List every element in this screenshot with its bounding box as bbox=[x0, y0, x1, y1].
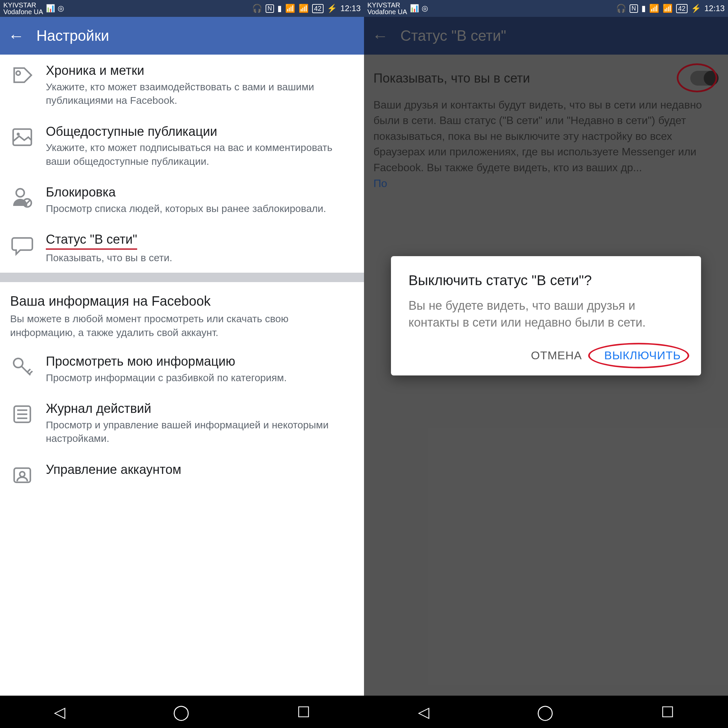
stats-icon: 📊 bbox=[46, 4, 55, 13]
item-public-posts[interactable]: Общедоступные публикации Укажите, кто мо… bbox=[0, 116, 364, 177]
account-icon bbox=[8, 462, 37, 487]
section-sub: Вы можете в любой момент просмотреть или… bbox=[10, 312, 354, 340]
signal1-icon: ▮ bbox=[277, 4, 282, 13]
confirm-dialog: Выключить статус "В сети"? Вы не будете … bbox=[391, 256, 701, 375]
clock: 12:13 bbox=[340, 4, 361, 13]
item-sub: Просмотр и управление вашей информацией … bbox=[46, 418, 355, 445]
screen-settings: KYIVSTAR Vodafone UA 📊 ◎ 🎧 N ▮ 📶 📶 42 ⚡ … bbox=[0, 0, 364, 728]
confirm-button[interactable]: ВЫКЛЮЧИТЬ bbox=[602, 345, 684, 366]
item-timeline[interactable]: Хроника и метки Укажите, кто может взаим… bbox=[0, 55, 364, 116]
carrier-2: Vodafone UA bbox=[367, 8, 407, 15]
nav-home-icon[interactable]: ◯ bbox=[537, 704, 554, 720]
settings-list: Хроника и метки Укажите, кто может взаим… bbox=[0, 55, 364, 696]
highlight-circle-icon bbox=[588, 343, 689, 369]
image-icon bbox=[8, 124, 37, 149]
item-sub: Укажите, кто может взаимодействовать с в… bbox=[46, 80, 355, 107]
cancel-button[interactable]: ОТМЕНА bbox=[528, 345, 584, 366]
item-activity-log[interactable]: Журнал действий Просмотр и управление ва… bbox=[0, 393, 364, 454]
item-manage-account[interactable]: Управление аккаунтом bbox=[0, 454, 364, 496]
dialog-title: Выключить статус "В сети"? bbox=[408, 272, 684, 289]
signal3-icon: 📶 bbox=[298, 4, 309, 13]
item-title: Хроника и метки bbox=[46, 63, 355, 79]
key-icon bbox=[8, 353, 37, 379]
svg-point-2 bbox=[17, 133, 20, 136]
stats-icon: 📊 bbox=[410, 4, 419, 13]
svg-point-0 bbox=[16, 71, 20, 75]
signal2-icon: 📶 bbox=[649, 4, 659, 13]
nav-back-icon[interactable]: ◁ bbox=[54, 704, 66, 720]
battery-level: 42 bbox=[678, 5, 685, 12]
section-divider bbox=[0, 273, 364, 282]
item-view-info[interactable]: Просмотреть мою информацию Просмотр инфо… bbox=[0, 346, 364, 393]
item-active-status[interactable]: Статус "В сети" Показывать, что вы в сет… bbox=[0, 223, 364, 273]
svg-point-3 bbox=[16, 189, 24, 197]
chat-icon bbox=[8, 231, 37, 257]
list-icon bbox=[8, 401, 37, 426]
item-sub: Показывать, что вы в сети. bbox=[46, 251, 355, 265]
app-bar: ← Настройки bbox=[0, 17, 364, 55]
status-bar: KYIVSTAR Vodafone UA 📊 ◎ 🎧 N ▮ 📶 📶 42 ⚡ … bbox=[0, 0, 364, 17]
carrier-1: KYIVSTAR bbox=[367, 2, 407, 8]
signal1-icon: ▮ bbox=[641, 4, 646, 13]
android-nav-bar: ◁ ◯ ☐ bbox=[0, 696, 364, 728]
item-title: Статус "В сети" bbox=[46, 231, 137, 250]
section-header: Ваша информация на Facebook Вы можете в … bbox=[0, 282, 364, 346]
android-nav-bar: ◁ ◯ ☐ bbox=[364, 696, 728, 728]
tag-icon bbox=[8, 63, 37, 88]
nav-back-icon[interactable]: ◁ bbox=[418, 704, 430, 720]
person-block-icon bbox=[8, 184, 37, 210]
clock: 12:13 bbox=[704, 4, 725, 13]
item-title: Управление аккаунтом bbox=[46, 462, 355, 478]
chrome-icon: ◎ bbox=[58, 4, 64, 13]
page-title: Настройки bbox=[37, 27, 109, 44]
carrier-2: Vodafone UA bbox=[3, 8, 43, 15]
charging-icon: ⚡ bbox=[691, 4, 701, 13]
nfc-icon: N bbox=[266, 5, 274, 13]
headset-icon: 🎧 bbox=[252, 4, 262, 13]
charging-icon: ⚡ bbox=[327, 4, 337, 13]
nfc-icon: N bbox=[630, 5, 638, 13]
item-blocking[interactable]: Блокировка Просмотр списка людей, которы… bbox=[0, 176, 364, 223]
nav-home-icon[interactable]: ◯ bbox=[173, 704, 190, 720]
nav-recent-icon[interactable]: ☐ bbox=[661, 704, 674, 720]
back-icon[interactable]: ← bbox=[8, 27, 24, 45]
screen-active-status: KYIVSTAR Vodafone UA 📊 ◎ 🎧 N ▮ 📶 📶 42 ⚡ … bbox=[364, 0, 728, 728]
item-sub: Укажите, кто может подписываться на вас … bbox=[46, 141, 355, 168]
section-title: Ваша информация на Facebook bbox=[10, 294, 354, 309]
battery-level: 42 bbox=[314, 5, 321, 12]
item-sub: Просмотр списка людей, которых вы ранее … bbox=[46, 202, 355, 216]
item-title: Просмотреть мою информацию bbox=[46, 353, 355, 370]
chrome-icon: ◎ bbox=[422, 4, 428, 13]
item-title: Блокировка bbox=[46, 184, 355, 200]
status-bar: KYIVSTAR Vodafone UA 📊 ◎ 🎧 N ▮ 📶 📶 42 ⚡ … bbox=[364, 0, 728, 17]
signal2-icon: 📶 bbox=[285, 4, 295, 13]
headset-icon: 🎧 bbox=[616, 4, 626, 13]
item-title: Журнал действий bbox=[46, 401, 355, 417]
signal3-icon: 📶 bbox=[662, 4, 673, 13]
svg-point-12 bbox=[20, 471, 25, 477]
carrier-1: KYIVSTAR bbox=[3, 2, 43, 8]
item-sub: Просмотр информации с разбивкой по катег… bbox=[46, 371, 355, 385]
item-title: Общедоступные публикации bbox=[46, 124, 355, 140]
dialog-body: Вы не будете видеть, что ваши друзья и к… bbox=[408, 297, 684, 331]
nav-recent-icon[interactable]: ☐ bbox=[297, 704, 310, 720]
